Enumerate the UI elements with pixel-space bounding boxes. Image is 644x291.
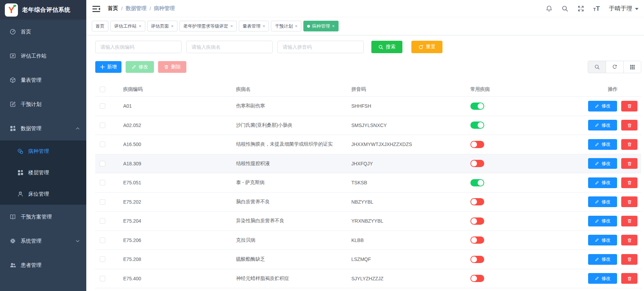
row-checkbox[interactable] (100, 256, 105, 262)
common-disease-toggle[interactable] (470, 103, 484, 110)
header-disease-code: 疾病编码 (123, 86, 236, 93)
sidebar-item-intervention-program[interactable]: 干预方案管理 (0, 205, 86, 229)
close-icon[interactable]: × (230, 24, 233, 28)
sidebar-item-patient-management[interactable]: 患者管理 (0, 253, 86, 277)
table-row: E75.206 克拉贝病 KLBB 修改 (95, 231, 641, 250)
sidebar-item-scales[interactable]: 量表管理 (0, 68, 86, 92)
tab-intervention-plan[interactable]: 干预计划× (271, 21, 301, 31)
row-delete-button[interactable] (621, 216, 637, 226)
search-button[interactable]: 搜索 (371, 41, 402, 53)
row-checkbox[interactable] (100, 218, 105, 224)
row-checkbox[interactable] (100, 199, 105, 205)
row-delete-button[interactable] (621, 235, 637, 245)
table-search-toggle-icon[interactable] (588, 61, 606, 73)
sidebar-item-floor-management[interactable]: 楼层管理 (0, 162, 86, 183)
pinyin-code-cell: YRXNBZYYBL (351, 218, 470, 224)
bell-icon[interactable] (546, 5, 553, 12)
row-delete-button[interactable] (621, 177, 637, 188)
common-disease-toggle[interactable] (470, 217, 484, 225)
row-delete-button[interactable] (621, 158, 637, 169)
row-delete-button[interactable] (621, 196, 637, 207)
row-edit-button[interactable]: 修改 (588, 196, 617, 207)
sidebar-item-home[interactable]: 首页 (0, 20, 86, 44)
row-checkbox[interactable] (100, 237, 105, 243)
row-delete-button[interactable] (621, 273, 637, 284)
edit-button-disabled[interactable]: 修改 (126, 61, 154, 73)
disease-name-input[interactable] (186, 41, 273, 53)
row-delete-button[interactable] (621, 120, 637, 130)
pinyin-code-cell: NBZYYBL (351, 199, 470, 205)
search-form: 搜索 重置 (95, 41, 641, 53)
table-row: A16.500 结核性胸膜炎，未提及细菌学或组织学的证实 JHXXMYWTJXJ… (95, 135, 641, 154)
search-icon[interactable] (562, 5, 568, 12)
add-button[interactable]: 新增 (95, 61, 121, 73)
row-delete-button[interactable] (621, 139, 637, 150)
close-icon[interactable]: × (139, 24, 142, 28)
row-edit-button[interactable]: 修改 (588, 216, 617, 226)
common-disease-toggle[interactable] (470, 122, 484, 129)
reset-button[interactable]: 重置 (411, 41, 442, 53)
row-checkbox[interactable] (100, 161, 105, 166)
sidebar-item-disease-management[interactable]: 病种管理 (0, 140, 86, 162)
breadcrumb-data-management[interactable]: 数据管理 (126, 5, 146, 12)
font-size-icon[interactable]: TT (593, 5, 600, 12)
delete-button-disabled[interactable]: 删除 (158, 61, 186, 73)
user-menu[interactable]: 于晴于理 (609, 4, 638, 12)
sidebar-item-workstation[interactable]: 评估工作站 (0, 44, 86, 68)
row-edit-button[interactable]: 修改 (588, 235, 617, 245)
row-delete-button[interactable] (621, 254, 637, 265)
common-disease-toggle[interactable] (470, 179, 484, 186)
fullscreen-icon[interactable] (577, 5, 584, 12)
disease-code-input[interactable] (95, 41, 182, 53)
select-all-checkbox[interactable] (100, 87, 105, 92)
sidebar-item-system-management[interactable]: 系统管理 (0, 229, 86, 253)
breadcrumb-home[interactable]: 首页 (108, 5, 118, 12)
tab-nursing-grade[interactable]: 老年护理需求等级评定× (179, 21, 237, 31)
tab-disease-management[interactable]: 病种管理× (303, 21, 339, 31)
disease-name-cell: 神经元蜡样脂褐质贮积症 (236, 275, 351, 282)
row-checkbox[interactable] (100, 123, 105, 128)
row-edit-button[interactable]: 修改 (588, 177, 617, 188)
close-icon[interactable]: × (171, 24, 174, 28)
cube-icon (10, 77, 16, 83)
close-icon[interactable]: × (295, 24, 297, 28)
row-edit-button[interactable]: 修改 (588, 254, 617, 265)
row-edit-button[interactable]: 修改 (588, 273, 617, 284)
disease-code-cell: A16.500 (123, 142, 236, 147)
common-disease-toggle[interactable] (470, 141, 484, 148)
common-disease-toggle[interactable] (470, 160, 484, 167)
close-icon[interactable]: × (332, 24, 335, 28)
row-checkbox[interactable] (100, 103, 105, 109)
row-checkbox[interactable] (100, 276, 105, 281)
common-disease-toggle[interactable] (470, 256, 484, 263)
row-checkbox[interactable] (100, 142, 105, 147)
pinyin-code-input[interactable] (277, 41, 364, 53)
app-logo-icon: Y (5, 3, 18, 17)
tab-scale-management[interactable]: 量表管理× (239, 21, 269, 31)
pinyin-code-cell: SHHFSH (351, 103, 470, 109)
common-disease-toggle[interactable] (470, 198, 484, 205)
close-icon[interactable]: × (263, 24, 265, 28)
sidebar-item-bed-management[interactable]: 床位管理 (0, 183, 86, 205)
row-delete-button[interactable] (621, 101, 637, 111)
table-tools (588, 61, 641, 73)
row-edit-button[interactable]: 修改 (588, 120, 617, 130)
common-disease-toggle[interactable] (470, 236, 484, 244)
chevron-up-icon (76, 126, 80, 130)
common-disease-toggle[interactable] (470, 275, 484, 282)
table-refresh-icon[interactable] (606, 61, 623, 73)
sidebar: Y 老年综合评估系统 首页 评估工作站 量表管理 干预计划 数据管理 病种管理 (0, 0, 86, 291)
table-columns-icon[interactable] (623, 61, 641, 73)
table-row: E75.208 硫酸酯酶缺乏 LSZMQF 修改 (95, 250, 641, 269)
tab-workstation[interactable]: 评估工作站× (110, 21, 145, 31)
tab-home[interactable]: 首页 (92, 21, 108, 31)
tab-assessment-page[interactable]: 评估页面× (147, 21, 178, 31)
row-edit-button[interactable]: 修改 (588, 139, 617, 150)
tabs-bar: 首页 评估工作站× 评估页面× 老年护理需求等级评定× 量表管理× 干预计划× … (86, 17, 644, 35)
row-edit-button[interactable]: 修改 (588, 101, 617, 111)
row-checkbox[interactable] (100, 180, 105, 185)
sidebar-item-intervention-plan[interactable]: 干预计划 (0, 92, 86, 116)
sidebar-collapse-icon[interactable] (92, 6, 100, 12)
row-edit-button[interactable]: 修改 (588, 158, 617, 169)
sidebar-item-data-management[interactable]: 数据管理 (0, 116, 86, 140)
